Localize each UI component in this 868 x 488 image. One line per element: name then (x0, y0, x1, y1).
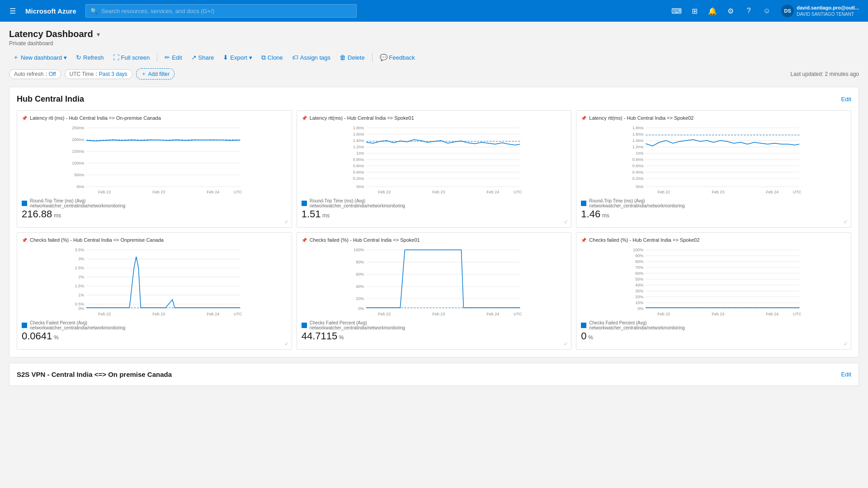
svg-text:Feb 24: Feb 24 (766, 190, 779, 194)
chart-expand-5: ↙ (564, 340, 568, 347)
dashboard-title-row: Latency Dashboard ▾ (9, 29, 859, 39)
chart-expand-1: ↙ (284, 218, 289, 225)
cloud-shell-button[interactable]: ⌨ (669, 4, 684, 18)
svg-text:Feb 24: Feb 24 (207, 312, 219, 316)
svg-text:80%: 80% (636, 259, 644, 264)
chart-value-6: 0 % (581, 330, 846, 342)
svg-text:0ms: 0ms (356, 184, 364, 189)
refresh-icon: ↻ (76, 54, 81, 61)
svg-text:1.2ms: 1.2ms (353, 145, 364, 149)
svg-text:1%: 1% (78, 293, 84, 297)
svg-text:40%: 40% (356, 284, 364, 289)
settings-button[interactable]: ⚙ (723, 4, 738, 18)
refresh-button[interactable]: ↻ Refresh (72, 52, 108, 63)
svg-text:1ms: 1ms (636, 151, 644, 155)
hamburger-menu[interactable]: ☰ (5, 4, 20, 18)
title-chevron-icon[interactable]: ▾ (97, 31, 100, 38)
user-menu[interactable]: DS david.santiago.pro@outl... DAVID SANT… (778, 3, 863, 19)
fullscreen-button[interactable]: ⛶ Full screen (109, 52, 154, 63)
s2s-vpn-section: S2S VPN - Central India <=> On premise C… (9, 363, 859, 386)
search-icon: 🔍 (90, 8, 98, 14)
svg-text:0ms: 0ms (76, 184, 85, 189)
svg-text:Feb 24: Feb 24 (207, 190, 219, 194)
svg-text:0.4ms: 0.4ms (632, 170, 644, 174)
delete-button[interactable]: 🗑 Delete (336, 52, 368, 63)
svg-text:Feb 22: Feb 22 (378, 190, 391, 194)
chart-svg-2: 1.8ms 1.6ms 1.4ms 1.2ms 1ms 0.8ms 0.6ms … (302, 123, 567, 196)
feedback-button[interactable]: 💬 Feedback (376, 52, 419, 63)
bell-icon: 🔔 (708, 7, 717, 15)
gear-icon: ⚙ (727, 7, 734, 15)
legend-color-5 (302, 323, 307, 328)
svg-text:0%: 0% (358, 306, 364, 311)
chart-legend-2: Round-Trip Time (ms) (Avg) networkwatche… (302, 198, 567, 208)
svg-text:100%: 100% (633, 248, 644, 252)
clone-button[interactable]: ⧉ Clone (258, 52, 287, 64)
add-filter-button[interactable]: ＋ Add filter (136, 68, 175, 80)
user-info: david.santiago.pro@outl... DAVID SANTIAG… (797, 5, 859, 17)
chart-area-1: 250ms 200ms 150ms 100ms 50ms 0ms Feb 22 … (22, 123, 287, 196)
fullscreen-icon: ⛶ (113, 54, 119, 61)
chart-svg-6: 100% 90% 80% 70% 60% 50% 40% 30% 20% 10%… (581, 245, 846, 318)
chart-latency-hub-spoke01: 📌 Latency rtt(ms) - Hub Central India =>… (297, 110, 572, 228)
svg-text:200ms: 200ms (72, 137, 85, 142)
chart-checks-hub-onprem: 📌 Checks failed (%) - Hub Central India … (17, 232, 292, 350)
svg-text:Feb 22: Feb 22 (378, 312, 391, 316)
notifications-button[interactable]: 🔔 (705, 4, 720, 18)
svg-text:1.8ms: 1.8ms (353, 126, 364, 130)
utc-time-filter[interactable]: UTC Time : Past 3 days (65, 69, 132, 79)
help-button[interactable]: ? (741, 4, 756, 18)
toolbar: ＋ New dashboard ▾ ↻ Refresh ⛶ Full scree… (9, 51, 859, 64)
directory-button[interactable]: ⊞ (687, 4, 702, 18)
svg-text:60%: 60% (636, 271, 644, 276)
chart-expand-2: ↙ (564, 218, 568, 225)
chart-svg-1: 250ms 200ms 150ms 100ms 50ms 0ms Feb 22 … (22, 123, 287, 196)
chart-title-2: 📌 Latency rtt(ms) - Hub Central India =>… (302, 115, 567, 121)
feedback-topbar-button[interactable]: ☺ (760, 4, 774, 18)
chart-legend-1: Round-Trip Time (ms) (Avg) networkwatche… (22, 198, 287, 208)
share-button[interactable]: ↗ Share (188, 52, 218, 63)
section-edit-button[interactable]: Edit (841, 96, 851, 103)
edit-button[interactable]: ✏ Edit (161, 52, 185, 63)
chart-value-3: 1.46 ms (581, 208, 846, 220)
chart-title-1: 📌 Latency rtt (ms) - Hub Central India =… (22, 115, 287, 121)
auto-refresh-filter[interactable]: Auto refresh : Off (9, 69, 61, 79)
share-icon: ↗ (191, 54, 197, 61)
chart-legend-3: Round-Trip Time (ms) (Avg) networkwatche… (581, 198, 846, 208)
chart-legend-text-5: Checks Failed Percent (Avg) networkwatch… (310, 320, 405, 330)
chart-title-5: 📌 Checks failed (%) - Hub Central India … (302, 237, 567, 243)
chart-latency-hub-onprem: 📌 Latency rtt (ms) - Hub Central India =… (17, 110, 292, 228)
search-box[interactable]: 🔍 (85, 4, 357, 18)
svg-text:0.8ms: 0.8ms (632, 157, 644, 162)
legend-color-4 (22, 323, 27, 328)
search-input[interactable] (101, 8, 352, 14)
assign-tags-button[interactable]: 🏷 Assign tags (288, 52, 334, 63)
svg-text:Feb 22: Feb 22 (658, 312, 670, 316)
chart-value-4: 0.0641 % (22, 330, 287, 342)
export-button[interactable]: ⬇ Export ▾ (219, 52, 256, 63)
svg-text:1.8ms: 1.8ms (632, 126, 644, 130)
pin-icon-3: 📌 (581, 116, 586, 121)
svg-text:UTC: UTC (793, 190, 802, 194)
legend-color-3 (581, 201, 586, 206)
new-dashboard-button[interactable]: ＋ New dashboard ▾ (9, 51, 71, 64)
chart-area-4: 3.5% 3% 2.5% 2% 1.5% 1% 0.5% 0% Feb 22 F (22, 245, 287, 318)
svg-text:20%: 20% (356, 296, 364, 301)
svg-text:0.6ms: 0.6ms (353, 164, 364, 168)
svg-text:UTC: UTC (234, 312, 242, 316)
chart-expand-4: ↙ (284, 340, 289, 347)
pin-icon-4: 📌 (22, 238, 27, 243)
svg-text:0.4ms: 0.4ms (353, 170, 364, 174)
svg-text:150ms: 150ms (72, 149, 85, 154)
svg-text:Feb 24: Feb 24 (486, 312, 499, 316)
section-title: Hub Central India (17, 94, 84, 104)
svg-text:Feb 23: Feb 23 (152, 190, 165, 194)
help-icon: ? (747, 7, 751, 15)
svg-text:0%: 0% (638, 306, 644, 311)
svg-text:80%: 80% (356, 260, 364, 264)
svg-text:1.2ms: 1.2ms (632, 145, 644, 149)
svg-text:3%: 3% (78, 257, 84, 261)
s2s-vpn-edit-button[interactable]: Edit (841, 371, 851, 378)
svg-text:0.8ms: 0.8ms (353, 157, 364, 162)
svg-text:0.6ms: 0.6ms (632, 164, 644, 168)
